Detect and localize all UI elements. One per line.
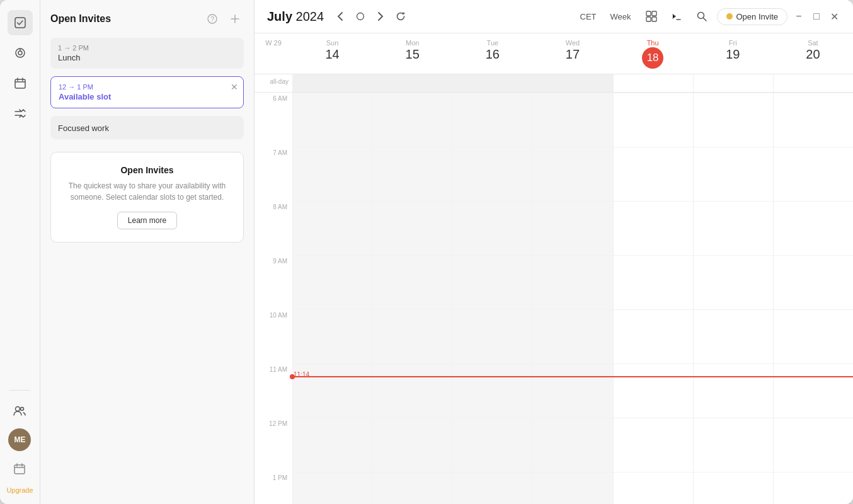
time-cell-fri-8[interactable] [693, 201, 773, 255]
time-cell-mon-12[interactable] [372, 418, 452, 472]
time-cell-sun-7[interactable] [292, 147, 372, 201]
day-header-wed17: Wed 17 [532, 33, 612, 74]
close-button[interactable]: ✕ [828, 10, 840, 23]
terminal-icon [671, 11, 682, 22]
time-cell-thu-10[interactable] [613, 309, 693, 364]
time-cell-wed-12[interactable] [532, 418, 612, 472]
time-cell-tue-12[interactable] [452, 418, 532, 472]
time-cell-fri-6[interactable] [693, 93, 773, 147]
time-cell-thu-11[interactable] [613, 364, 693, 418]
time-cell-sun-1[interactable] [292, 472, 372, 504]
time-cell-fri-10[interactable] [693, 309, 773, 364]
grid-view-button[interactable] [641, 6, 661, 26]
view-button[interactable]: Week [605, 9, 636, 24]
time-cell-fri-11[interactable] [693, 364, 773, 418]
allday-sat[interactable] [773, 74, 853, 92]
sidebar-item-loop[interactable] [8, 40, 33, 66]
time-cell-sun-8[interactable] [292, 201, 372, 255]
timezone-button[interactable]: CET [576, 9, 600, 24]
time-cell-wed-10[interactable] [532, 309, 612, 364]
event-card-lunch[interactable]: 1 → 2 PM Lunch [50, 38, 244, 69]
allday-wed[interactable] [532, 74, 612, 92]
allday-fri[interactable] [693, 74, 773, 92]
time-cell-sat-1[interactable] [773, 472, 853, 504]
today-button[interactable] [352, 8, 369, 25]
panel-add-button[interactable] [226, 10, 244, 28]
time-cell-mon-8[interactable] [372, 201, 452, 255]
time-cell-sat-10[interactable] [773, 309, 853, 364]
calendar-grid: W 29 Sun 14 Mon 15 Tue 16 [255, 33, 853, 504]
sidebar-item-shuffle[interactable] [8, 101, 33, 126]
time-cell-sat-9[interactable] [773, 255, 853, 309]
time-cell-thu-6[interactable] [613, 93, 693, 147]
day-name-sun: Sun [326, 39, 339, 47]
svg-point-18 [357, 13, 364, 20]
shuffle-icon [14, 107, 26, 120]
prev-button[interactable] [331, 8, 349, 25]
time-cell-fri-12[interactable] [693, 418, 773, 472]
upgrade-button[interactable]: Upgrade [6, 486, 33, 494]
time-cell-sat-11[interactable] [773, 364, 853, 418]
calendar-icon [14, 77, 26, 89]
panel-help-button[interactable]: ? [203, 10, 221, 28]
time-cell-sat-8[interactable] [773, 201, 853, 255]
time-cell-wed-9[interactable] [532, 255, 612, 309]
time-cell-mon-7[interactable] [372, 147, 452, 201]
time-cell-wed-6[interactable] [532, 93, 612, 147]
time-cell-sun-9[interactable] [292, 255, 372, 309]
time-cell-tue-10[interactable] [452, 309, 532, 364]
event-card-focused-work[interactable]: Focused work [50, 116, 244, 139]
time-cell-mon-9[interactable] [372, 255, 452, 309]
time-cell-tue-8[interactable] [452, 201, 532, 255]
event-close-button[interactable]: ✕ [231, 82, 238, 92]
time-cell-fri-7[interactable] [693, 147, 773, 201]
time-cell-sun-10[interactable] [292, 309, 372, 364]
time-cell-sun-6[interactable] [292, 93, 372, 147]
time-cell-thu-1[interactable] [613, 472, 693, 504]
terminal-button[interactable] [667, 6, 687, 26]
time-cell-wed-8[interactable] [532, 201, 612, 255]
time-cell-wed-1[interactable] [532, 472, 612, 504]
search-button[interactable] [692, 6, 712, 26]
time-cell-tue-1[interactable] [452, 472, 532, 504]
time-cell-sat-7[interactable] [773, 147, 853, 201]
allday-thu[interactable] [613, 74, 693, 92]
time-cell-thu-7[interactable] [613, 147, 693, 201]
time-label-9am: 9 AM [255, 255, 292, 309]
sidebar-item-people[interactable] [7, 398, 32, 423]
maximize-button[interactable]: □ [810, 10, 823, 23]
time-cell-mon-11[interactable] [372, 364, 452, 418]
time-cell-sat-12[interactable] [773, 418, 853, 472]
time-cell-thu-9[interactable] [613, 255, 693, 309]
time-cell-tue-6[interactable] [452, 93, 532, 147]
time-cell-mon-6[interactable] [372, 93, 452, 147]
time-cell-thu-8[interactable] [613, 201, 693, 255]
time-cell-tue-9[interactable] [452, 255, 532, 309]
allday-tue[interactable] [452, 74, 532, 92]
time-cell-sat-6[interactable] [773, 93, 853, 147]
time-cell-fri-1[interactable] [693, 472, 773, 504]
next-button[interactable] [372, 8, 389, 25]
learn-more-button[interactable]: Learn more [117, 212, 177, 229]
sidebar-item-app-calendar[interactable] [7, 456, 32, 481]
time-cell-wed-7[interactable] [532, 147, 612, 201]
minimize-button[interactable]: − [793, 10, 805, 23]
allday-sun[interactable] [292, 74, 372, 92]
sidebar-item-calendar[interactable] [8, 71, 33, 96]
time-cell-sun-12[interactable] [292, 418, 372, 472]
time-cell-tue-7[interactable] [452, 147, 532, 201]
time-cell-mon-10[interactable] [372, 309, 452, 364]
avatar[interactable]: ME [8, 428, 31, 451]
allday-mon[interactable] [372, 74, 452, 92]
time-cell-fri-9[interactable] [693, 255, 773, 309]
time-cell-tue-11[interactable] [452, 364, 532, 418]
refresh-button[interactable] [392, 8, 409, 25]
time-cell-mon-1[interactable] [372, 472, 452, 504]
day-num-18: 18 [642, 47, 663, 69]
open-invite-button[interactable]: Open Invite [717, 8, 788, 25]
svg-line-24 [703, 18, 706, 21]
time-cell-wed-11[interactable] [532, 364, 612, 418]
sidebar-item-check[interactable] [8, 10, 33, 35]
event-card-available-slot[interactable]: 12 → 1 PM Available slot ✕ [50, 76, 244, 108]
time-cell-thu-12[interactable] [613, 418, 693, 472]
